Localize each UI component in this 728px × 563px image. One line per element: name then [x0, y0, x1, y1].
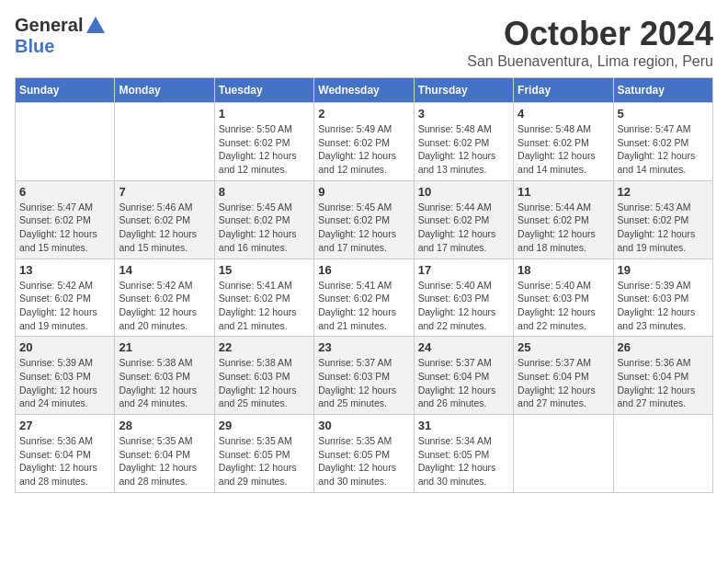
day-info: Sunrise: 5:36 AMSunset: 6:04 PMDaylight:…: [618, 356, 709, 410]
day-number: 14: [119, 263, 210, 277]
day-number: 31: [418, 419, 509, 432]
calendar-body: 1Sunrise: 5:50 AMSunset: 6:02 PMDaylight…: [16, 103, 713, 493]
day-number: 16: [318, 263, 409, 277]
day-info: Sunrise: 5:44 AMSunset: 6:02 PMDaylight:…: [418, 201, 509, 255]
calendar-cell: 5Sunrise: 5:47 AMSunset: 6:02 PMDaylight…: [613, 103, 712, 181]
day-info: Sunrise: 5:36 AMSunset: 6:04 PMDaylight:…: [19, 434, 110, 488]
day-info: Sunrise: 5:40 AMSunset: 6:03 PMDaylight:…: [518, 279, 609, 333]
day-number: 13: [19, 263, 110, 277]
day-number: 30: [318, 419, 409, 432]
day-number: 21: [119, 340, 210, 354]
day-number: 6: [19, 185, 110, 199]
calendar-cell: [16, 103, 115, 181]
calendar-cell: 20Sunrise: 5:39 AMSunset: 6:03 PMDayligh…: [16, 337, 115, 415]
calendar-cell: 3Sunrise: 5:48 AMSunset: 6:02 PMDaylight…: [414, 103, 513, 181]
day-number: 1: [219, 107, 310, 121]
weekday-header: Wednesday: [314, 78, 414, 103]
day-number: 20: [19, 340, 110, 354]
calendar-cell: 28Sunrise: 5:35 AMSunset: 6:04 PMDayligh…: [115, 415, 214, 493]
day-number: 24: [418, 340, 509, 354]
day-number: 12: [618, 185, 709, 199]
calendar-cell: 29Sunrise: 5:35 AMSunset: 6:05 PMDayligh…: [214, 415, 313, 493]
calendar-cell: 22Sunrise: 5:38 AMSunset: 6:03 PMDayligh…: [214, 337, 313, 415]
day-info: Sunrise: 5:45 AMSunset: 6:02 PMDaylight:…: [318, 201, 409, 255]
day-number: 17: [418, 263, 509, 277]
day-info: Sunrise: 5:49 AMSunset: 6:02 PMDaylight:…: [318, 122, 409, 177]
day-info: Sunrise: 5:44 AMSunset: 6:02 PMDaylight:…: [518, 201, 609, 255]
calendar-week-row: 13Sunrise: 5:42 AMSunset: 6:02 PMDayligh…: [16, 259, 713, 337]
calendar-cell: 25Sunrise: 5:37 AMSunset: 6:04 PMDayligh…: [514, 337, 613, 415]
calendar-cell: 9Sunrise: 5:45 AMSunset: 6:02 PMDaylight…: [314, 180, 414, 259]
calendar-cell: 15Sunrise: 5:41 AMSunset: 6:02 PMDayligh…: [214, 259, 313, 337]
day-number: 19: [618, 263, 709, 277]
day-number: 10: [418, 185, 509, 199]
location-subtitle: San Buenaventura, Lima region, Peru: [467, 53, 713, 70]
logo: General Blue: [15, 15, 105, 57]
day-info: Sunrise: 5:41 AMSunset: 6:02 PMDaylight:…: [318, 279, 409, 333]
calendar-week-row: 6Sunrise: 5:47 AMSunset: 6:02 PMDaylight…: [16, 180, 713, 259]
day-info: Sunrise: 5:42 AMSunset: 6:02 PMDaylight:…: [119, 279, 210, 333]
day-info: Sunrise: 5:45 AMSunset: 6:02 PMDaylight:…: [219, 201, 310, 255]
day-info: Sunrise: 5:50 AMSunset: 6:02 PMDaylight:…: [219, 122, 310, 177]
calendar-cell: 18Sunrise: 5:40 AMSunset: 6:03 PMDayligh…: [514, 259, 613, 337]
calendar-table: SundayMondayTuesdayWednesdayThursdayFrid…: [15, 77, 713, 493]
day-info: Sunrise: 5:35 AMSunset: 6:04 PMDaylight:…: [119, 434, 210, 488]
calendar-cell: 13Sunrise: 5:42 AMSunset: 6:02 PMDayligh…: [16, 259, 115, 337]
day-number: 22: [219, 340, 310, 354]
calendar-cell: 16Sunrise: 5:41 AMSunset: 6:02 PMDayligh…: [314, 259, 414, 337]
day-info: Sunrise: 5:35 AMSunset: 6:05 PMDaylight:…: [318, 434, 409, 488]
calendar-week-row: 20Sunrise: 5:39 AMSunset: 6:03 PMDayligh…: [16, 337, 713, 415]
day-info: Sunrise: 5:34 AMSunset: 6:05 PMDaylight:…: [418, 434, 509, 488]
calendar-cell: 26Sunrise: 5:36 AMSunset: 6:04 PMDayligh…: [613, 337, 712, 415]
weekday-header: Sunday: [16, 78, 115, 103]
calendar-week-row: 27Sunrise: 5:36 AMSunset: 6:04 PMDayligh…: [16, 415, 713, 493]
calendar-cell: 12Sunrise: 5:43 AMSunset: 6:02 PMDayligh…: [613, 180, 712, 259]
day-number: 25: [518, 340, 609, 354]
page-header: General Blue October 2024 San Buenaventu…: [15, 15, 713, 70]
calendar-cell: 31Sunrise: 5:34 AMSunset: 6:05 PMDayligh…: [414, 415, 513, 493]
day-info: Sunrise: 5:37 AMSunset: 6:04 PMDaylight:…: [518, 356, 609, 410]
day-info: Sunrise: 5:48 AMSunset: 6:02 PMDaylight:…: [518, 122, 609, 177]
day-number: 18: [518, 263, 609, 277]
day-info: Sunrise: 5:40 AMSunset: 6:03 PMDaylight:…: [418, 279, 509, 333]
day-info: Sunrise: 5:37 AMSunset: 6:04 PMDaylight:…: [418, 356, 509, 410]
day-info: Sunrise: 5:39 AMSunset: 6:03 PMDaylight:…: [618, 279, 709, 333]
calendar-cell: [613, 415, 712, 493]
day-number: 23: [318, 340, 409, 354]
calendar-cell: 10Sunrise: 5:44 AMSunset: 6:02 PMDayligh…: [414, 180, 513, 259]
weekday-header: Monday: [115, 78, 214, 103]
day-info: Sunrise: 5:38 AMSunset: 6:03 PMDaylight:…: [119, 356, 210, 410]
logo-triangle-icon: [86, 17, 105, 33]
day-info: Sunrise: 5:37 AMSunset: 6:03 PMDaylight:…: [318, 356, 409, 410]
day-info: Sunrise: 5:35 AMSunset: 6:05 PMDaylight:…: [219, 434, 310, 488]
day-number: 29: [219, 419, 310, 432]
weekday-header: Friday: [514, 78, 613, 103]
day-info: Sunrise: 5:43 AMSunset: 6:02 PMDaylight:…: [618, 201, 709, 255]
day-info: Sunrise: 5:41 AMSunset: 6:02 PMDaylight:…: [219, 279, 310, 333]
month-title: October 2024: [467, 15, 713, 53]
calendar-cell: 14Sunrise: 5:42 AMSunset: 6:02 PMDayligh…: [115, 259, 214, 337]
calendar-cell: 30Sunrise: 5:35 AMSunset: 6:05 PMDayligh…: [314, 415, 414, 493]
logo-general-text: General: [15, 15, 83, 36]
day-info: Sunrise: 5:48 AMSunset: 6:02 PMDaylight:…: [418, 122, 509, 177]
calendar-week-row: 1Sunrise: 5:50 AMSunset: 6:02 PMDaylight…: [16, 103, 713, 181]
calendar-cell: 8Sunrise: 5:45 AMSunset: 6:02 PMDaylight…: [214, 180, 313, 259]
logo-blue-text: Blue: [15, 36, 54, 57]
day-number: 5: [618, 107, 709, 121]
day-number: 7: [119, 185, 210, 199]
day-number: 8: [219, 185, 310, 199]
day-number: 2: [318, 107, 409, 121]
day-info: Sunrise: 5:46 AMSunset: 6:02 PMDaylight:…: [119, 201, 210, 255]
day-info: Sunrise: 5:39 AMSunset: 6:03 PMDaylight:…: [19, 356, 110, 410]
calendar-cell: 7Sunrise: 5:46 AMSunset: 6:02 PMDaylight…: [115, 180, 214, 259]
calendar-cell: 17Sunrise: 5:40 AMSunset: 6:03 PMDayligh…: [414, 259, 513, 337]
calendar-cell: 11Sunrise: 5:44 AMSunset: 6:02 PMDayligh…: [514, 180, 613, 259]
calendar-cell: 4Sunrise: 5:48 AMSunset: 6:02 PMDaylight…: [514, 103, 613, 181]
calendar-cell: 27Sunrise: 5:36 AMSunset: 6:04 PMDayligh…: [16, 415, 115, 493]
calendar-cell: 1Sunrise: 5:50 AMSunset: 6:02 PMDaylight…: [214, 103, 313, 181]
calendar-cell: 23Sunrise: 5:37 AMSunset: 6:03 PMDayligh…: [314, 337, 414, 415]
calendar-header-row: SundayMondayTuesdayWednesdayThursdayFrid…: [16, 78, 713, 103]
day-info: Sunrise: 5:42 AMSunset: 6:02 PMDaylight:…: [19, 279, 110, 333]
day-number: 15: [219, 263, 310, 277]
day-number: 9: [318, 185, 409, 199]
